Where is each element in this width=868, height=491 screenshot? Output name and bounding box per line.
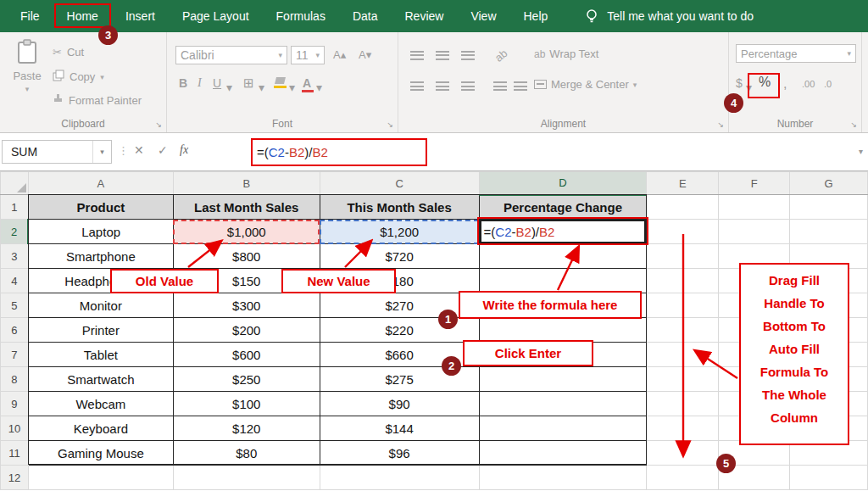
decrease-indent-icon[interactable] (493, 81, 507, 91)
cell[interactable] (479, 466, 647, 490)
cell-a2[interactable]: Laptop (28, 220, 173, 244)
insert-function-button[interactable]: fx (180, 143, 188, 157)
cell[interactable] (479, 318, 647, 343)
cell[interactable] (479, 416, 647, 441)
cell[interactable] (719, 416, 790, 441)
cell[interactable]: $90 (320, 392, 479, 416)
row-header[interactable]: 2 (1, 220, 29, 244)
col-header-d[interactable]: D (479, 172, 647, 195)
cell[interactable] (647, 466, 719, 490)
col-header-b[interactable]: B (173, 172, 320, 195)
cell-d1[interactable]: Percentage Change (479, 195, 647, 220)
borders-dropdown-icon[interactable]: ▾ (259, 81, 264, 94)
cell[interactable] (790, 441, 868, 466)
cell[interactable] (647, 367, 719, 392)
wrap-text-button[interactable]: ab Wrap Text (534, 47, 598, 60)
cell[interactable]: $120 (173, 416, 320, 441)
cell[interactable] (719, 269, 790, 293)
cell-b2-old-value[interactable]: $1,000 (173, 220, 320, 244)
cell[interactable] (790, 416, 868, 441)
align-middle-icon[interactable] (436, 51, 449, 60)
cell[interactable]: $800 (173, 244, 320, 269)
underline-button[interactable]: U (213, 76, 221, 90)
cell[interactable] (647, 392, 719, 416)
cell[interactable]: $250 (173, 367, 320, 392)
cell[interactable] (479, 293, 647, 318)
cell[interactable] (647, 416, 719, 441)
tab-formulas[interactable]: Formulas (263, 0, 339, 32)
cell[interactable]: Tablet (28, 343, 173, 367)
tab-help[interactable]: Help (510, 0, 562, 32)
cell[interactable]: Smartphone (28, 244, 173, 269)
row-header[interactable]: 5 (1, 293, 29, 318)
enter-button[interactable]: ✓ (158, 143, 168, 157)
increase-decimal-icon[interactable]: .00 (802, 79, 815, 89)
cell[interactable] (790, 318, 868, 343)
cell[interactable]: Gaming Mouse (28, 441, 173, 466)
cell[interactable]: $600 (173, 343, 320, 367)
row-header[interactable]: 9 (1, 392, 29, 416)
col-header-g[interactable]: G (790, 172, 868, 195)
increase-font-size-icon[interactable]: A▴ (333, 48, 346, 61)
cell[interactable] (719, 441, 790, 466)
percent-style-button[interactable]: % (751, 75, 778, 90)
col-header-c[interactable]: C (320, 172, 479, 195)
cell[interactable] (647, 195, 719, 220)
cell[interactable] (790, 293, 868, 318)
tab-review[interactable]: Review (392, 0, 458, 32)
cell[interactable]: $180 (320, 269, 479, 293)
cell[interactable] (173, 466, 320, 490)
cell[interactable]: $270 (320, 293, 479, 318)
cell[interactable]: $220 (320, 318, 479, 343)
cell[interactable]: $660 (320, 343, 479, 367)
font-color-icon[interactable]: A (303, 76, 311, 90)
cell[interactable] (479, 343, 647, 367)
format-painter-button[interactable]: Format Painter (53, 93, 142, 107)
cancel-button[interactable]: ✕ (134, 143, 144, 157)
italic-button[interactable]: I (198, 76, 202, 90)
number-dialog-launcher-icon[interactable]: ↘ (850, 120, 857, 129)
tab-file[interactable]: File (7, 0, 53, 32)
cell[interactable]: $100 (173, 392, 320, 416)
cell[interactable]: Smartwatch (28, 367, 173, 392)
align-left-icon[interactable] (410, 81, 424, 91)
row-header[interactable]: 1 (1, 195, 29, 220)
fill-color-icon[interactable] (274, 77, 287, 88)
formula-input[interactable]: =(C2-B2)/B2 (203, 140, 846, 164)
cell[interactable] (719, 466, 790, 490)
tell-me-box[interactable]: Tell me what you want to do (607, 9, 754, 23)
col-header-a[interactable]: A (28, 172, 173, 195)
comma-style-button[interactable]: , (783, 76, 787, 92)
cell[interactable] (647, 343, 719, 367)
clipboard-dialog-launcher-icon[interactable]: ↘ (155, 120, 162, 129)
cell[interactable] (479, 244, 647, 269)
cell[interactable] (320, 466, 479, 490)
font-dialog-launcher-icon[interactable]: ↘ (387, 120, 393, 129)
decrease-font-size-icon[interactable]: A▾ (359, 48, 371, 61)
col-header-e[interactable]: E (647, 172, 719, 195)
copy-dropdown-icon[interactable]: ▾ (100, 73, 104, 81)
row-header[interactable]: 12 (1, 466, 29, 490)
cell[interactable] (719, 244, 790, 269)
row-header[interactable]: 3 (1, 244, 29, 269)
cell[interactable]: $80 (173, 441, 320, 466)
cell[interactable] (719, 367, 790, 392)
merge-center-button[interactable]: Merge & Center ▾ (534, 78, 637, 91)
accounting-format-button[interactable]: $ (736, 76, 743, 90)
cell[interactable] (790, 343, 868, 367)
cell[interactable]: Keyboard (28, 416, 173, 441)
paste-button[interactable]: Paste ▾ (7, 39, 47, 112)
tab-page-layout[interactable]: Page Layout (169, 0, 263, 32)
formula-bar-expand-icon[interactable]: ▾ (859, 147, 863, 156)
name-box[interactable]: SUM ▾ (2, 140, 112, 164)
cell[interactable] (647, 318, 719, 343)
cell[interactable]: Printer (28, 318, 173, 343)
cell[interactable] (790, 367, 868, 392)
increase-indent-icon[interactable] (514, 81, 527, 91)
tab-insert[interactable]: Insert (112, 0, 169, 32)
cell[interactable]: $144 (320, 416, 479, 441)
orientation-icon[interactable]: ab (492, 47, 510, 64)
align-right-icon[interactable] (461, 81, 475, 91)
decrease-decimal-icon[interactable]: .0 (824, 79, 832, 89)
cell-c1[interactable]: This Month Sales (320, 195, 479, 220)
